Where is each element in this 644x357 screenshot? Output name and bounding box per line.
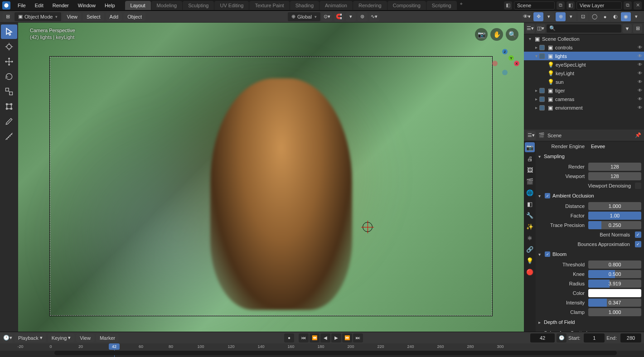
- visibility-toggle[interactable]: 👁: [638, 105, 642, 110]
- shading-wireframe[interactable]: ◯: [590, 12, 600, 21]
- header-select[interactable]: Select: [83, 13, 104, 21]
- outliner-filter-button[interactable]: ▼: [623, 24, 632, 33]
- axis-neg-x[interactable]: [492, 61, 498, 66]
- axis-z[interactable]: Z: [502, 49, 508, 54]
- overlay-dropdown[interactable]: ▾: [566, 12, 576, 21]
- outliner-item-keyLight[interactable]: 💡keyLight👁: [524, 69, 644, 77]
- prop-tab-constraints[interactable]: 🔗: [525, 244, 535, 254]
- current-frame-input[interactable]: 42: [530, 333, 555, 343]
- editor-type-button[interactable]: ⊞: [3, 12, 13, 21]
- header-view[interactable]: View: [63, 13, 81, 21]
- layer-browse-icon[interactable]: ◧: [567, 1, 575, 10]
- ao-trace-value[interactable]: 0.250: [588, 221, 641, 229]
- gizmo-dropdown[interactable]: ▾: [544, 12, 554, 21]
- header-add[interactable]: Add: [106, 13, 122, 21]
- view-layer-field[interactable]: View Layer: [576, 1, 622, 10]
- section-sss[interactable]: ▸Subsurface Scattering: [536, 328, 644, 332]
- visibility-toggle[interactable]: 👁: [638, 88, 642, 93]
- tool-move[interactable]: [1, 54, 17, 69]
- outliner-display-dropdown[interactable]: ◫▾: [536, 24, 545, 33]
- object-mode-dropdown[interactable]: ▣ Object Mode ▾: [15, 12, 61, 21]
- tab-rendering[interactable]: Rendering: [353, 1, 387, 10]
- bounces-checkbox[interactable]: ✓: [635, 241, 641, 247]
- bloom-color-swatch[interactable]: [588, 289, 641, 297]
- snap-toggle[interactable]: 🧲: [334, 12, 344, 21]
- tool-rotate[interactable]: [1, 69, 17, 84]
- scene-name-field[interactable]: Scene: [514, 1, 555, 10]
- tool-annotate[interactable]: [1, 114, 17, 129]
- tab-compositing[interactable]: Compositing: [387, 1, 426, 10]
- shading-rendered[interactable]: ◉: [621, 12, 631, 21]
- prop-tab-viewlayer[interactable]: 🖼: [525, 165, 535, 175]
- use-preview-range[interactable]: 🕐: [557, 333, 567, 343]
- outliner-item-tiger[interactable]: ▸▣tiger👁: [524, 86, 644, 95]
- tool-measure[interactable]: [1, 129, 17, 144]
- ao-distance-value[interactable]: 1.000: [588, 202, 641, 210]
- scene-new-button[interactable]: ⧉: [557, 1, 565, 10]
- bloom-threshold-value[interactable]: 0.800: [588, 261, 641, 269]
- orbit-gizmo[interactable]: Y X Z: [491, 49, 518, 76]
- jump-start[interactable]: ⏮: [299, 333, 309, 343]
- menu-file[interactable]: File: [13, 1, 30, 10]
- outliner-item-controls[interactable]: ▸▣controls👁: [524, 43, 644, 52]
- outliner[interactable]: ▾ ▣ Scene Collection ▸▣controls👁▾▣lights…: [524, 34, 644, 130]
- bloom-clamp-value[interactable]: 1.000: [588, 308, 641, 316]
- nav-zoom[interactable]: 🔍: [506, 28, 518, 41]
- outliner-item-eyeSpecLight[interactable]: 💡eyeSpecLight👁: [524, 60, 644, 69]
- denoising-checkbox[interactable]: [635, 183, 641, 189]
- tab-scripting[interactable]: Scripting: [426, 1, 457, 10]
- timeline-track[interactable]: -200204260801001201401601802002202402602…: [0, 343, 644, 357]
- visibility-toggle[interactable]: 👁: [638, 79, 642, 84]
- 3d-viewport[interactable]: Camera Perspective (42) lights | keyLigh…: [18, 23, 524, 332]
- prop-tab-output[interactable]: 🖨: [525, 154, 535, 164]
- jump-end[interactable]: ⏭: [353, 333, 363, 343]
- shading-material[interactable]: ◐: [610, 12, 620, 21]
- properties-type-button[interactable]: ☰▾: [527, 131, 536, 140]
- timeline-ruler[interactable]: -200204260801001201401601802002202402602…: [0, 343, 644, 351]
- outliner-item-sun[interactable]: 💡sun👁: [524, 77, 644, 86]
- prop-tab-physics[interactable]: ⚛: [525, 233, 535, 243]
- outliner-item-enviornment[interactable]: ▸▣enviornment👁: [524, 103, 644, 112]
- tab-uv-editing[interactable]: UV Editing: [214, 1, 249, 10]
- outliner-item-cameras[interactable]: ▸▣cameras👁: [524, 95, 644, 103]
- prop-tab-scene[interactable]: 🎬: [525, 176, 535, 186]
- tab-layout[interactable]: Layout: [125, 1, 151, 10]
- timeline-view[interactable]: View: [76, 334, 94, 342]
- menu-edit[interactable]: Edit: [30, 1, 48, 10]
- prop-tab-object[interactable]: ◧: [525, 199, 535, 209]
- visibility-toggle[interactable]: 👁: [638, 71, 642, 76]
- menu-render[interactable]: Render: [48, 1, 73, 10]
- render-engine-dropdown[interactable]: Eevee: [588, 142, 641, 150]
- tab-texture-paint[interactable]: Texture Paint: [249, 1, 289, 10]
- prop-tab-world[interactable]: 🌐: [525, 188, 535, 198]
- prop-tab-particles[interactable]: ✨: [525, 222, 535, 232]
- gizmo-toggle[interactable]: ✥: [533, 12, 543, 21]
- tool-select[interactable]: [1, 24, 17, 39]
- timeline-keying[interactable]: Keying ▾: [48, 333, 75, 342]
- shading-solid[interactable]: ●: [600, 12, 610, 21]
- xray-toggle[interactable]: ⊡: [578, 12, 588, 21]
- outliner-new-collection[interactable]: ⊞: [633, 24, 642, 33]
- tab-modeling[interactable]: Modeling: [151, 1, 183, 10]
- add-workspace-button[interactable]: +: [457, 1, 465, 10]
- proportional-toggle[interactable]: ⊚: [358, 12, 368, 21]
- outliner-type-button[interactable]: ☰▾: [526, 24, 535, 33]
- visibility-toggle[interactable]: 👁: [638, 62, 642, 67]
- menu-window[interactable]: Window: [73, 1, 100, 10]
- section-sampling[interactable]: ▾Sampling: [536, 151, 644, 162]
- outliner-search[interactable]: 🔍: [547, 24, 621, 33]
- section-bloom[interactable]: ▾✓Bloom: [536, 249, 644, 260]
- sampling-render-value[interactable]: 128: [588, 163, 641, 171]
- prop-tab-modifier[interactable]: 🔧: [525, 210, 535, 220]
- bloom-intensity-value[interactable]: 0.347: [588, 299, 641, 307]
- layer-delete-button[interactable]: ✕: [634, 1, 642, 10]
- header-object[interactable]: Object: [124, 13, 145, 21]
- start-frame-input[interactable]: 1: [584, 333, 605, 343]
- outliner-item-lights[interactable]: ▾▣lights👁: [524, 52, 644, 60]
- bloom-knee-value[interactable]: 0.500: [588, 270, 641, 278]
- orientation-dropdown[interactable]: ⊕ Global ▾: [288, 12, 320, 21]
- tool-transform[interactable]: [1, 99, 17, 114]
- section-ambient-occlusion[interactable]: ▾✓Ambient Occlusion: [536, 190, 644, 201]
- tool-scale[interactable]: [1, 84, 17, 99]
- timeline-scrollbar[interactable]: [54, 351, 617, 355]
